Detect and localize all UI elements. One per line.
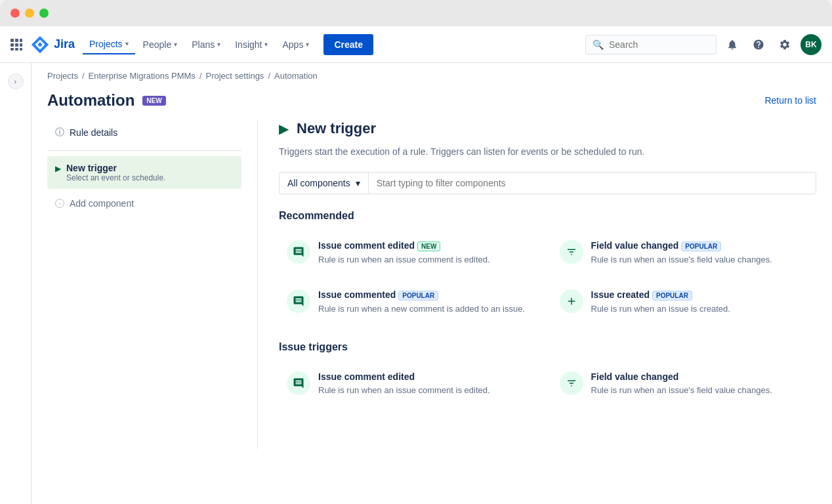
breadcrumb-projects[interactable]: Projects — [47, 71, 78, 81]
field-icon-card — [560, 240, 583, 264]
trigger-description: Triggers start the execution of a rule. … — [279, 145, 816, 159]
nav-people-label: People — [143, 39, 172, 50]
card-desc: Rule is run when an issue is created. — [591, 303, 809, 315]
breadcrumb-sep: / — [82, 71, 85, 81]
chevron-down-icon: ▾ — [174, 41, 177, 48]
trigger-content: New trigger Select an event or schedule. — [66, 163, 234, 182]
return-to-list-link[interactable]: Return to list — [764, 95, 816, 106]
avatar[interactable]: BK — [801, 34, 822, 55]
maximize-dot[interactable] — [39, 9, 49, 18]
plus-icon-card — [560, 289, 583, 313]
notifications-button[interactable] — [722, 34, 743, 55]
chevron-down-icon: ▾ — [217, 41, 220, 48]
card-desc: Rule is run when an issue's field value … — [591, 385, 809, 396]
help-button[interactable] — [748, 34, 769, 55]
nav-apps-label: Apps — [282, 39, 303, 50]
trigger-item[interactable]: ▶ New trigger Select an event or schedul… — [47, 156, 241, 189]
card-title: Issue createdPOPULAR — [591, 289, 809, 301]
rule-details-item[interactable]: ⓘ Rule details — [47, 120, 241, 145]
filter-dropdown-label: All components — [287, 178, 350, 188]
recommended-grid: Issue comment editedNEW Rule is run when… — [279, 232, 816, 323]
info-icon: ⓘ — [55, 127, 64, 138]
comment-icon-trigger1 — [287, 371, 310, 395]
svg-rect-8 — [20, 48, 22, 51]
card-content: Issue comment edited Rule is run when an… — [318, 371, 536, 396]
breadcrumb-enterprise[interactable]: Enterprise Migrations PMMs — [89, 71, 196, 81]
svg-rect-6 — [10, 48, 14, 51]
grid-icon[interactable] — [10, 39, 22, 51]
card-content: Issue commentedPOPULAR Rule is run when … — [318, 289, 536, 315]
play-icon: ▶ — [55, 164, 61, 173]
card-content: Issue createdPOPULAR Rule is run when an… — [591, 289, 809, 315]
breadcrumb-sep: / — [268, 71, 270, 81]
card-title: Issue comment edited — [318, 371, 536, 382]
rule-details-label: Rule details — [70, 127, 117, 138]
trigger-card-issue-commented[interactable]: Issue commentedPOPULAR Rule is run when … — [279, 282, 544, 323]
main-layout: › Projects / Enterprise Migrations PMMs … — [0, 63, 832, 504]
new-badge: NEW — [142, 96, 165, 106]
sidebar-toggle-button[interactable]: › — [8, 74, 24, 89]
add-component-item[interactable]: ○ Add component — [47, 192, 241, 215]
filter-search-input[interactable] — [368, 172, 816, 194]
card-title: Field value changedPOPULAR — [591, 240, 809, 251]
nav-people[interactable]: People ▾ — [136, 35, 184, 54]
breadcrumb-sep: / — [199, 71, 202, 81]
right-panel: ▶ New trigger Triggers start the executi… — [257, 120, 816, 449]
svg-rect-7 — [15, 48, 18, 51]
filter-row: All components ▾ — [279, 172, 816, 194]
svg-rect-3 — [10, 43, 14, 47]
trigger-card-issue-created[interactable]: Issue createdPOPULAR Rule is run when an… — [552, 282, 817, 323]
card-desc: Rule is run when an issue's field value … — [591, 254, 809, 266]
new-badge: NEW — [417, 242, 440, 251]
trigger-header: ▶ New trigger — [279, 120, 816, 137]
close-dot[interactable] — [10, 9, 20, 18]
breadcrumb-project-settings[interactable]: Project settings — [206, 71, 264, 81]
card-title: Issue commentedPOPULAR — [318, 289, 536, 301]
trigger-subtitle: Select an event or schedule. — [66, 173, 234, 182]
minimize-dot[interactable] — [25, 9, 34, 18]
jira-logo[interactable]: Jira — [30, 35, 75, 54]
left-panel: ⓘ Rule details ▶ New trigger Select an e… — [47, 120, 257, 449]
nav-insight[interactable]: Insight ▾ — [228, 35, 274, 54]
page-title-area: Automation NEW — [47, 91, 166, 110]
svg-rect-0 — [10, 39, 14, 42]
nav-apps[interactable]: Apps ▾ — [276, 35, 316, 54]
card-desc: Rule is run when an issue comment is edi… — [318, 254, 536, 266]
nav-items: Projects ▾ People ▾ Plans ▾ Insight ▾ Ap… — [83, 35, 316, 54]
trigger-title: New trigger — [66, 163, 234, 173]
issue-trigger-card-comment-edited[interactable]: Issue comment edited Rule is run when an… — [279, 364, 544, 404]
search-box[interactable]: 🔍 — [585, 35, 717, 54]
issue-triggers-grid: Issue comment edited Rule is run when an… — [279, 364, 816, 404]
nav-plans[interactable]: Plans ▾ — [185, 35, 227, 54]
popular-badge: POPULAR — [398, 291, 438, 301]
issue-trigger-card-field-changed[interactable]: Field value changed Rule is run when an … — [552, 364, 817, 404]
nav-right: 🔍 BK — [585, 34, 822, 55]
trigger-card-issue-comment-edited[interactable]: Issue comment editedNEW Rule is run when… — [279, 232, 544, 274]
popular-badge: POPULAR — [652, 291, 692, 301]
recommended-section-title: Recommended — [279, 210, 816, 222]
filter-dropdown[interactable]: All components ▾ — [279, 172, 368, 194]
chevron-down-icon: ▾ — [356, 178, 360, 188]
nav-plans-label: Plans — [192, 39, 215, 50]
breadcrumb: Projects / Enterprise Migrations PMMs / … — [31, 63, 832, 86]
logo-text: Jira — [54, 37, 75, 51]
trigger-title-large: New trigger — [297, 120, 376, 137]
nav-projects[interactable]: Projects ▾ — [83, 35, 135, 54]
issue-triggers-section-title: Issue triggers — [279, 341, 816, 353]
settings-button[interactable] — [774, 34, 795, 55]
card-title: Issue comment editedNEW — [318, 240, 536, 251]
svg-rect-2 — [20, 39, 22, 42]
svg-rect-1 — [15, 39, 18, 42]
create-button[interactable]: Create — [323, 34, 373, 55]
chevron-down-icon: ▾ — [306, 41, 309, 48]
card-desc: Rule is run when a new comment is added … — [318, 303, 536, 315]
card-title: Field value changed — [591, 371, 809, 382]
trigger-card-field-value-changed[interactable]: Field value changedPOPULAR Rule is run w… — [552, 232, 817, 274]
search-input[interactable] — [609, 39, 701, 50]
nav-left: Jira Projects ▾ People ▾ Plans ▾ Insight… — [10, 34, 580, 55]
svg-rect-5 — [20, 43, 22, 47]
page-header: Automation NEW Return to list — [31, 86, 832, 120]
content-area: Projects / Enterprise Migrations PMMs / … — [31, 63, 832, 504]
card-content: Field value changed Rule is run when an … — [591, 371, 809, 396]
card-content: Field value changedPOPULAR Rule is run w… — [591, 240, 809, 266]
